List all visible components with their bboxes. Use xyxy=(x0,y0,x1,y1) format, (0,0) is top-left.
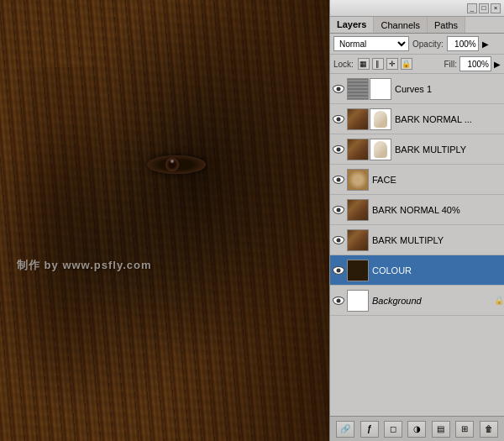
tab-layers[interactable]: Layers xyxy=(330,17,374,33)
face-shadow-left xyxy=(0,67,99,420)
layer-item-bark-multiply-bottom[interactable]: BARK MULTIPLY xyxy=(330,225,504,255)
layer-name-curves1: Curves 1 xyxy=(395,84,502,94)
layer-visibility-colour[interactable] xyxy=(332,264,345,277)
lock-all-button[interactable]: 🔒 xyxy=(401,58,412,70)
tab-channels[interactable]: Channels xyxy=(374,17,427,33)
lock-row: Lock: ▦ ∥ ✛ 🔒 Fill: ▶ xyxy=(330,55,504,74)
opacity-input[interactable] xyxy=(447,36,479,51)
image-area: 制作 by www.psfly.com xyxy=(0,0,329,441)
thumb-bark-normal-40-bg xyxy=(348,200,368,220)
layer-thumb-bark-multiply-top xyxy=(347,139,369,160)
layer-item-background[interactable]: Background 🔒 xyxy=(330,286,504,316)
layer-item-face[interactable]: FACE xyxy=(330,165,504,195)
layer-mask-bark-multiply-top xyxy=(370,139,391,160)
panel-titlebar: _ □ × xyxy=(330,0,504,17)
layer-thumb-group-bark-normal-top xyxy=(347,108,391,130)
layer-name-colour: COLOUR xyxy=(372,265,502,276)
lock-checkerboard-button[interactable]: ▦ xyxy=(358,58,370,70)
layer-name-bark-multiply-top: BARK MULTIPLY xyxy=(395,144,502,155)
minimize-button[interactable]: _ xyxy=(467,3,477,13)
thumb-bark-multiply-top-bg xyxy=(348,139,368,160)
delete-layer-button[interactable]: 🗑 xyxy=(480,421,498,438)
thumb-mask-bark-normal-top-bg xyxy=(370,109,391,129)
layer-visibility-curves1[interactable] xyxy=(332,82,345,96)
lock-label: Lock: xyxy=(333,60,354,69)
eye-icon-curves1 xyxy=(333,85,344,93)
layer-thumb-bark-multiply-bottom xyxy=(347,229,369,251)
thumb-background-bg xyxy=(348,291,368,311)
layer-visibility-bark-multiply-bottom[interactable] xyxy=(332,234,345,247)
thumb-bark-multiply-bottom-bg xyxy=(348,230,368,250)
blend-mode-select[interactable]: Normal Dissolve Multiply Screen Overlay xyxy=(333,36,409,51)
layer-name-bark-normal-40: BARK NORMAL 40% xyxy=(372,205,502,215)
layer-item-bark-normal-top[interactable]: BARK NORMAL ... xyxy=(330,104,504,134)
add-mask-button[interactable]: ◻ xyxy=(384,421,402,438)
layer-thumb-face xyxy=(347,169,369,191)
panel-tabs: Layers Channels Paths xyxy=(330,17,504,34)
fill-arrow: ▶ xyxy=(494,60,501,69)
layer-visibility-background[interactable] xyxy=(332,294,345,307)
layer-visibility-face[interactable] xyxy=(332,173,345,186)
fill-label: Fill: xyxy=(444,60,457,69)
layer-thumb-group-background xyxy=(347,290,369,312)
layer-name-bark-normal-top: BARK NORMAL ... xyxy=(395,114,502,124)
eye-highlight xyxy=(171,160,174,163)
eye-icon-bark-normal-40 xyxy=(333,206,344,214)
layer-mask-bark-normal-top xyxy=(370,108,391,130)
thumb-face-bg xyxy=(348,170,368,190)
layer-thumb-group-bark-multiply-top xyxy=(347,139,391,160)
layer-visibility-bark-normal-40[interactable] xyxy=(332,203,345,217)
layer-group-button[interactable]: ▤ xyxy=(432,421,450,438)
eye-shape xyxy=(147,155,206,174)
layer-name-background: Background xyxy=(372,296,492,306)
layer-thumb-group-bark-multiply-bottom xyxy=(347,229,369,251)
thumb-bark-normal-top-bg xyxy=(348,109,368,129)
thumb-colour-bg xyxy=(348,260,368,281)
new-layer-button[interactable]: ⊞ xyxy=(455,421,474,438)
layer-item-curves1[interactable]: Curves 1 xyxy=(330,74,504,104)
layer-thumb-bark-normal-top xyxy=(347,108,369,130)
layer-visibility-bark-normal-top[interactable] xyxy=(332,113,345,126)
layer-thumb-colour xyxy=(347,260,369,281)
face-shadow-right xyxy=(165,0,329,441)
fill-input[interactable] xyxy=(459,56,491,71)
eye-icon-bark-normal-top xyxy=(333,115,344,123)
layer-item-bark-multiply-top[interactable]: BARK MULTIPLY xyxy=(330,134,504,165)
eye-icon-bark-multiply-top xyxy=(333,145,344,154)
layer-item-colour[interactable]: COLOUR xyxy=(330,255,504,286)
eye-icon-bark-multiply-bottom xyxy=(333,236,344,244)
eye-icon-face xyxy=(333,176,344,184)
layer-thumb-curves1 xyxy=(347,78,369,100)
layer-thumb-bark-normal-40 xyxy=(347,199,369,221)
layers-list[interactable]: Curves 1 BARK NORMAL ... xyxy=(330,74,504,416)
titlebar-controls: _ □ × xyxy=(467,3,501,13)
opacity-label: Opacity: xyxy=(412,39,444,49)
restore-button[interactable]: □ xyxy=(479,3,489,13)
layer-item-bark-normal-40[interactable]: BARK NORMAL 40% xyxy=(330,195,504,225)
layer-thumb-group-curves1 xyxy=(347,78,391,100)
layer-visibility-bark-multiply-top[interactable] xyxy=(332,143,345,156)
lock-brush-button[interactable]: ∥ xyxy=(372,58,384,70)
close-button[interactable]: × xyxy=(491,3,501,13)
layer-thumb-group-colour xyxy=(347,260,369,281)
link-layers-button[interactable]: 🔗 xyxy=(336,421,354,438)
layer-mask-curves1 xyxy=(370,78,391,100)
layer-name-bark-multiply-bottom: BARK MULTIPLY xyxy=(372,235,502,245)
background-lock-icon: 🔒 xyxy=(494,296,502,306)
layer-thumb-group-face xyxy=(347,169,369,191)
thumb-mask-curves1-bg xyxy=(370,79,391,99)
blend-mode-row: Normal Dissolve Multiply Screen Overlay … xyxy=(330,34,504,55)
layer-thumb-background xyxy=(347,290,369,312)
thumb-mask-bark-multiply-top-bg xyxy=(370,139,391,160)
lock-move-button[interactable]: ✛ xyxy=(386,58,398,70)
layer-style-button[interactable]: ƒ xyxy=(360,421,379,438)
eye-icon-background xyxy=(333,297,344,305)
adjustment-layer-button[interactable]: ◑ xyxy=(407,421,426,438)
opacity-arrow: ▶ xyxy=(482,39,489,49)
panel-toolbar: 🔗 ƒ ◻ ◑ ▤ ⊞ 🗑 xyxy=(330,416,504,441)
layers-panel: _ □ × Layers Channels Paths Normal Disso… xyxy=(329,0,504,441)
thumb-curves1-bg xyxy=(348,79,368,99)
layer-thumb-group-bark-normal-40 xyxy=(347,199,369,221)
tab-paths[interactable]: Paths xyxy=(428,17,465,33)
eye-detail xyxy=(147,155,214,181)
